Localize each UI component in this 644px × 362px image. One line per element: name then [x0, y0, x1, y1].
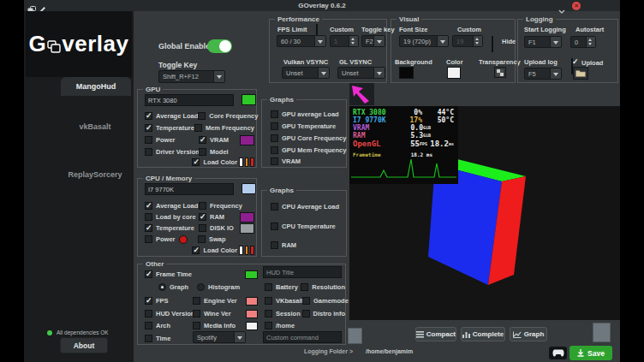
gpu-load-color-checkbox[interactable]: Load Color [192, 158, 237, 166]
fps-custom-spinner[interactable]: 1 [330, 35, 359, 47]
frame-time-color-swatch[interactable] [245, 270, 258, 279]
font-custom-spinner[interactable]: 19 [452, 35, 483, 47]
hud-position-button[interactable] [349, 83, 374, 105]
cpu-frequency-checkbox[interactable]: Frequency [199, 202, 254, 210]
spinner-arrows-icon[interactable] [349, 36, 358, 46]
time-checkbox[interactable]: Time [145, 335, 193, 342]
text-color-swatch[interactable] [447, 67, 461, 79]
gamepad-button[interactable] [549, 347, 567, 359]
media-info-checkbox[interactable]: Media Info [193, 322, 246, 329]
media-player-dropdown[interactable]: Spotify [193, 331, 246, 343]
cpu-load-color-checkbox[interactable]: Load Color [192, 246, 237, 254]
scroll-corner-button[interactable] [593, 323, 611, 342]
cpu-ram-checkbox[interactable]: RAM [199, 213, 240, 221]
engine-ver-color-swatch[interactable] [246, 297, 258, 306]
wine-ver-color-swatch[interactable] [246, 310, 258, 318]
disk-io-color-swatch[interactable] [240, 223, 254, 234]
load-color-swatch-low[interactable] [239, 157, 243, 167]
battery-checkbox[interactable]: Battery [265, 283, 301, 291]
gpu-vram-checkbox[interactable]: VRAM [199, 136, 240, 144]
gamemode-checkbox[interactable]: Gamemode [302, 297, 349, 305]
graph-gpu-temperature-checkbox[interactable]: GPU Temperature [271, 122, 336, 130]
engine-ver-checkbox[interactable]: Engine Ver [193, 297, 246, 305]
hud-version-checkbox[interactable]: HUD Version [145, 310, 193, 317]
load-color-swatch-mid[interactable] [245, 157, 249, 167]
fps-toggle-key-dropdown[interactable]: F2 [361, 35, 385, 47]
graph-gpu-average-load-checkbox[interactable]: GPU average Load [271, 110, 339, 118]
hide-checkbox[interactable] [492, 36, 493, 52]
cpu-power-checkbox[interactable]: Power [145, 235, 179, 243]
sidebar-item-vkbasalt[interactable]: vkBasalt [52, 122, 138, 131]
media-info-color-swatch[interactable] [246, 322, 258, 330]
graph-cpu-temperature-checkbox[interactable]: CPU Temperature [271, 223, 336, 230]
minimize-chevron-icon[interactable] [558, 3, 565, 8]
load-color-swatch-high[interactable] [250, 157, 254, 167]
gpu-temperature-checkbox[interactable]: Temperature [145, 124, 194, 132]
cpu-name-input[interactable] [145, 183, 234, 195]
gpu-name-input[interactable] [145, 94, 234, 106]
font-size-dropdown[interactable]: 19 (720p) [399, 35, 449, 47]
graph-cpu-average-load-checkbox[interactable]: CPU Average Load [271, 203, 339, 211]
scroll-corner-button[interactable] [348, 328, 362, 344]
cpu-disk-io-checkbox[interactable]: DISK IO [199, 224, 240, 232]
gpu-driver-version-checkbox[interactable]: Driver Version [145, 148, 199, 156]
distro-info-checkbox[interactable]: Distro info [302, 310, 346, 317]
spinner-arrows-icon[interactable] [473, 36, 482, 46]
save-button[interactable]: Save [569, 346, 612, 360]
vram-color-swatch[interactable] [240, 135, 254, 145]
gpu-color-swatch[interactable] [242, 94, 256, 105]
load-color-swatch-high[interactable] [250, 246, 254, 255]
spinner-arrows-icon[interactable] [586, 37, 595, 47]
ram-color-swatch[interactable] [240, 212, 254, 223]
graph-gpu-mem-frequency-checkbox[interactable]: GPU Mem Frequency [271, 146, 346, 154]
gpu-mem-frequency-checkbox[interactable]: Mem Frequency [194, 124, 254, 132]
fps-checkbox[interactable]: FPS [145, 297, 193, 305]
gpu-model-checkbox[interactable]: Model [199, 148, 254, 156]
gpu-power-checkbox[interactable]: Power [145, 136, 199, 144]
cpu-temperature-checkbox[interactable]: Temperature [145, 224, 199, 232]
cpu-load-by-core-checkbox[interactable]: Load by core [145, 213, 199, 221]
other-group: Other Frame Time Graph Histogram FPS Eng… [137, 264, 346, 345]
load-color-swatch-low[interactable] [239, 246, 243, 255]
cpu-average-load-checkbox[interactable]: Average Load [145, 202, 199, 210]
graph-radio[interactable]: Graph [158, 283, 197, 291]
graph-vram-checkbox[interactable]: VRAM [271, 157, 301, 165]
arch-checkbox[interactable]: Arch [145, 322, 193, 329]
load-color-swatch-mid[interactable] [245, 246, 249, 255]
logging-folder-value[interactable]: /home/benjamim [366, 348, 413, 354]
graph-ram-checkbox[interactable]: RAM [271, 241, 296, 249]
cpu-color-swatch[interactable] [242, 183, 256, 194]
background-color-swatch[interactable] [399, 67, 414, 79]
global-enable-toggle[interactable] [207, 39, 232, 53]
cpu-swap-checkbox[interactable]: Swap [198, 235, 254, 243]
custom-command-input[interactable] [263, 331, 342, 343]
close-icon[interactable]: × [572, 2, 581, 10]
wine-ver-checkbox[interactable]: Wine Ver [193, 310, 246, 317]
hud-title-input[interactable] [263, 266, 342, 278]
vkbasalt-checkbox[interactable]: VKbasalt [265, 297, 302, 305]
vulkan-vsync-dropdown[interactable]: Unset [282, 67, 330, 79]
upload-log-dropdown[interactable]: F5 [524, 68, 562, 80]
transparency-button[interactable] [494, 67, 506, 78]
graph-gpu-core-frequency-checkbox[interactable]: GPU Core Frequency [271, 134, 346, 142]
complete-button[interactable]: Complete [461, 327, 505, 341]
histogram-radio[interactable]: Histogram [197, 283, 240, 291]
gpu-average-load-checkbox[interactable]: Average Load [145, 112, 198, 120]
fps-limit-dropdown[interactable]: 60 / 30 [277, 35, 326, 47]
about-button[interactable]: About [60, 337, 108, 353]
autostart-spinner[interactable]: 0 [570, 36, 596, 48]
cpu-power-color-swatch[interactable] [179, 235, 188, 244]
compact-button[interactable]: Compact [415, 327, 456, 341]
session-checkbox[interactable]: Session [265, 310, 302, 317]
start-logging-dropdown[interactable]: F1 [524, 36, 562, 48]
upload-folder-button[interactable] [573, 67, 588, 80]
sidebar-item-mangohud[interactable]: MangoHud [61, 77, 131, 96]
gpu-core-frequency-checkbox[interactable]: Core Frequency [198, 112, 258, 120]
home-checkbox[interactable]: /home [265, 322, 295, 329]
graph-button[interactable]: Graph [510, 327, 547, 341]
gl-vsync-dropdown[interactable]: Unset [337, 67, 385, 79]
frame-time-checkbox[interactable]: Frame Time [145, 270, 245, 278]
toggle-key-dropdown[interactable]: Shift_R+F12 [158, 70, 225, 83]
sidebar-item-replaysorcery[interactable]: ReplaySorcery [52, 170, 138, 179]
resolution-checkbox[interactable]: Resolution [301, 283, 345, 291]
